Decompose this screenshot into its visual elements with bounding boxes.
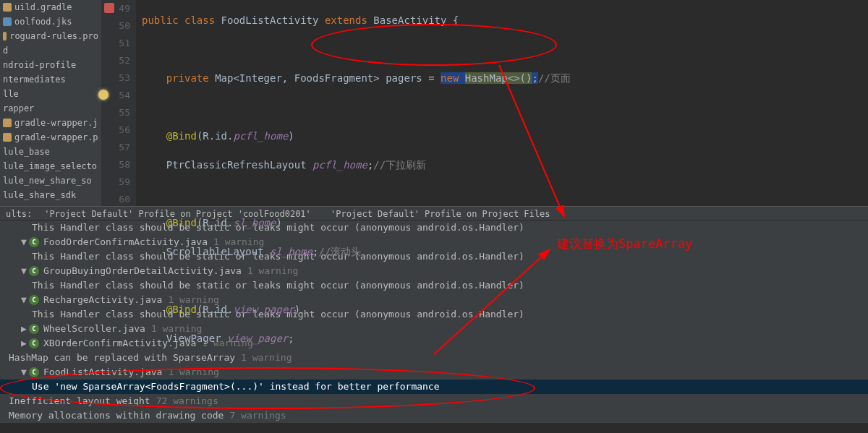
tree-item[interactable]: lule_base xyxy=(0,145,101,159)
comment: //下拉刷新 xyxy=(373,159,426,171)
code-area[interactable]: public class FoodListActivity extends Ba… xyxy=(136,0,868,206)
comment: //滚动头 xyxy=(318,246,361,257)
field-ref: pcfl_home xyxy=(233,130,288,142)
class-icon: C xyxy=(29,367,39,377)
tree-item-label: ndroid-profile xyxy=(3,60,76,70)
file-icon xyxy=(3,119,12,127)
tree-item-label: lule_base xyxy=(3,147,50,157)
tree-item-label: lule_new_share_so xyxy=(3,176,92,186)
tree-item-label: roguard-rules.pro xyxy=(9,31,98,41)
code-text: Map<Integer, FoodsFragment> pagers = xyxy=(215,72,441,84)
line-number: 53 xyxy=(119,72,130,83)
gutter: 49 50 51 52 53 54 55 56 57 58 59 60 xyxy=(101,0,136,206)
line-number: 55 xyxy=(119,107,130,118)
class-name: FoodListActivity xyxy=(221,14,325,26)
code-text: ViewPager xyxy=(166,333,227,344)
tree-item[interactable]: d xyxy=(0,43,101,58)
class-icon: C xyxy=(29,338,39,348)
tree-item[interactable]: ntermediates xyxy=(0,72,101,87)
tree-item[interactable]: ndroid-profile xyxy=(0,58,101,72)
line-number: 54 xyxy=(119,90,130,100)
class-icon: C xyxy=(29,237,39,247)
tree-item-label: gradle-wrapper.j xyxy=(14,118,98,128)
code-text: (R.id. xyxy=(197,304,234,315)
annotation: @Bind xyxy=(166,130,197,142)
warning-count: 7 warnings xyxy=(229,409,286,422)
tree-item-label: ntermediates xyxy=(3,74,66,85)
tree-item-label: lle xyxy=(3,89,19,99)
chevron-down-icon[interactable]: ▼ xyxy=(20,265,27,278)
file-icon xyxy=(3,133,12,142)
code-editor[interactable]: 49 50 51 52 53 54 55 56 57 58 59 60 publ… xyxy=(101,0,868,206)
line-number: 49 xyxy=(119,3,130,14)
tree-item-label: gradle-wrapper.p xyxy=(14,132,98,142)
tree-item[interactable]: roguard-rules.pro xyxy=(0,29,101,43)
code-text: ) xyxy=(294,304,300,315)
annotation: @Bind xyxy=(166,304,197,315)
class-icon: C xyxy=(29,266,39,276)
tree-item[interactable]: lle xyxy=(0,87,101,101)
chevron-right-icon[interactable]: ▶ xyxy=(20,337,27,350)
result-text: Inefficient layout weight xyxy=(9,395,150,408)
line-number: 57 xyxy=(119,142,130,153)
code-text: ) xyxy=(288,130,294,142)
file-icon xyxy=(3,3,12,12)
result-text: Use 'new SparseArray<FoodsFragment>(...)… xyxy=(32,380,440,393)
chevron-right-icon[interactable]: ▶ xyxy=(20,322,27,335)
result-message-selected[interactable]: Use 'new SparseArray<FoodsFragment>(...)… xyxy=(0,380,868,394)
field-ref: view_pager xyxy=(233,304,294,315)
field-name: view_pager xyxy=(227,333,288,344)
line-number: 56 xyxy=(119,124,130,135)
file-icon xyxy=(3,32,7,40)
class-icon: C xyxy=(29,324,39,334)
tree-item-label: lule_image_selecto xyxy=(3,161,97,171)
field-name: pcfl_home xyxy=(312,159,367,171)
keyword: new xyxy=(441,72,465,84)
keyword: public class xyxy=(142,14,221,26)
line-number: 50 xyxy=(119,20,130,31)
code-text: ; xyxy=(288,333,294,344)
tree-item-label: uild.gradle xyxy=(14,2,72,12)
chevron-down-icon[interactable]: ▼ xyxy=(20,366,27,379)
code-text: PtrClassicRefreshLayout xyxy=(166,159,312,171)
tree-item[interactable]: gradle-wrapper.j xyxy=(0,116,101,130)
code-text: (R.id. xyxy=(197,130,234,142)
tree-item-label: oolfood.jks xyxy=(14,17,72,27)
results-label: ults: xyxy=(6,209,32,219)
tree-item-label: d xyxy=(3,46,8,56)
field-ref: sl_home xyxy=(233,217,276,228)
tree-item[interactable]: uild.gradle xyxy=(0,0,101,14)
file-icon xyxy=(3,17,12,26)
result-text: Memory allocations within drawing code xyxy=(9,409,224,422)
result-category[interactable]: Inefficient layout weight72 warnings xyxy=(0,394,868,408)
comment: //页面 xyxy=(538,72,571,84)
code-text: ScrollableLayout xyxy=(166,246,270,257)
annotation: @Bind xyxy=(166,217,197,228)
code-text: HashMap<>() xyxy=(465,72,532,84)
keyword: private xyxy=(166,72,215,84)
line-number: 58 xyxy=(119,159,130,170)
annotation-text: 建议替换为SpareArray xyxy=(557,236,692,252)
result-filename: WheelScroller.java xyxy=(43,322,145,335)
tree-item[interactable]: lule_share_sdk xyxy=(0,188,101,202)
tree-item[interactable]: rapper xyxy=(0,101,101,116)
code-text: ; xyxy=(532,72,537,84)
line-number: 60 xyxy=(119,194,130,205)
line-number: 52 xyxy=(119,55,130,66)
tree-item[interactable]: lule_image_selecto xyxy=(0,159,101,173)
class-icon: C xyxy=(29,295,39,305)
keyword: extends xyxy=(325,14,373,26)
code-text: ) xyxy=(276,217,281,228)
tree-item[interactable]: lule_new_share_so xyxy=(0,173,101,188)
lightbulb-icon[interactable] xyxy=(98,90,109,100)
code-text: BaseActivity { xyxy=(373,14,459,26)
chevron-down-icon[interactable]: ▼ xyxy=(20,236,27,249)
result-category[interactable]: Memory allocations within drawing code7 … xyxy=(0,408,868,423)
warning-count: 72 warnings xyxy=(156,395,218,408)
gutter-mark-icon xyxy=(104,3,114,13)
chevron-down-icon[interactable]: ▼ xyxy=(20,293,27,306)
project-tree[interactable]: uild.gradle oolfood.jks roguard-rules.pr… xyxy=(0,0,101,206)
tree-item[interactable]: gradle-wrapper.p xyxy=(0,130,101,145)
line-number: 51 xyxy=(119,38,130,48)
tree-item[interactable]: oolfood.jks xyxy=(0,14,101,29)
